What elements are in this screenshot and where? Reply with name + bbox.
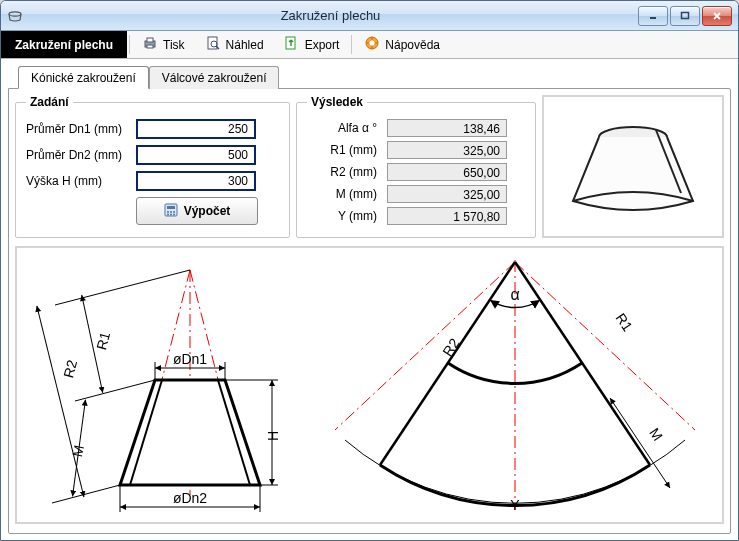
help-icon bbox=[364, 35, 380, 54]
m-value: 325,00 bbox=[387, 185, 507, 203]
calculator-icon bbox=[164, 203, 178, 220]
svg-point-18 bbox=[170, 213, 172, 215]
svg-rect-2 bbox=[682, 12, 689, 18]
r2-right-label: R2 bbox=[439, 335, 462, 359]
svg-line-38 bbox=[75, 380, 155, 401]
tab-strip: Kónické zakroužení Válcové zakroužení bbox=[18, 65, 731, 88]
toolbar-help-label: Nápověda bbox=[385, 38, 440, 52]
toolbar-main-label: Zakružení plechu bbox=[15, 38, 113, 52]
h-dim-label: H bbox=[265, 431, 281, 441]
calculate-button[interactable]: Výpočet bbox=[136, 197, 258, 225]
y-label-out: Y (mm) bbox=[307, 209, 387, 223]
client-area: Kónické zakroužení Válcové zakroužení Za… bbox=[2, 59, 737, 539]
dn1-dim-label: øDn1 bbox=[172, 351, 206, 367]
dn2-input[interactable] bbox=[136, 145, 256, 165]
r1-value: 325,00 bbox=[387, 141, 507, 159]
cone-preview bbox=[542, 95, 724, 238]
toolbar-export[interactable]: Export bbox=[274, 31, 350, 58]
svg-line-44 bbox=[335, 262, 515, 430]
tab-cylindrical[interactable]: Válcové zakroužení bbox=[149, 66, 280, 89]
r2-value: 650,00 bbox=[387, 163, 507, 181]
print-icon bbox=[142, 35, 158, 54]
tab-conical[interactable]: Kónické zakroužení bbox=[18, 66, 149, 89]
group-output-legend: Výsledek bbox=[307, 95, 367, 109]
dn2-label: Průměr Dn2 (mm) bbox=[26, 148, 136, 162]
alpha-dim-label: α bbox=[510, 286, 519, 303]
tab-pane-conical: Zadání Průměr Dn1 (mm) Průměr Dn2 (mm) V… bbox=[8, 88, 731, 534]
svg-line-48 bbox=[610, 398, 670, 488]
svg-rect-13 bbox=[167, 206, 175, 209]
group-output: Výsledek Alfa α ° 138,46 R1 (mm) 325,00 … bbox=[296, 95, 536, 238]
blueprint: øDn1 øDn2 H bbox=[15, 246, 724, 524]
export-icon bbox=[284, 35, 300, 54]
svg-rect-6 bbox=[208, 37, 217, 49]
calculate-label: Výpočet bbox=[184, 204, 231, 218]
window-controls bbox=[638, 6, 732, 26]
svg-marker-25 bbox=[120, 380, 260, 485]
h-input[interactable] bbox=[136, 171, 256, 191]
group-input-legend: Zadání bbox=[26, 95, 73, 109]
toolbar-help[interactable]: Nápověda bbox=[354, 31, 450, 58]
r1-dim-label: R1 bbox=[93, 330, 113, 352]
close-button[interactable] bbox=[702, 6, 732, 26]
group-input: Zadání Průměr Dn1 (mm) Průměr Dn2 (mm) V… bbox=[15, 95, 290, 238]
h-label: Výška H (mm) bbox=[26, 174, 136, 188]
svg-rect-4 bbox=[147, 38, 153, 42]
y-dim-label: Y bbox=[510, 497, 520, 513]
svg-point-15 bbox=[170, 211, 172, 213]
svg-line-46 bbox=[380, 262, 515, 465]
r2-dim-label: R2 bbox=[60, 358, 80, 380]
svg-point-16 bbox=[173, 211, 175, 213]
dn2-dim-label: øDn2 bbox=[172, 490, 206, 506]
alfa-value: 138,46 bbox=[387, 119, 507, 137]
r2-label: R2 (mm) bbox=[307, 165, 387, 179]
r1-right-label: R1 bbox=[612, 310, 635, 334]
svg-line-47 bbox=[515, 262, 650, 465]
toolbar-export-label: Export bbox=[305, 38, 340, 52]
m-label: M (mm) bbox=[307, 187, 387, 201]
svg-point-14 bbox=[167, 211, 169, 213]
maximize-button[interactable] bbox=[670, 6, 700, 26]
app-window: Zakružení plechu Zakružení plechu Tisk bbox=[0, 0, 739, 541]
preview-icon bbox=[205, 35, 221, 54]
m-dim-label: M bbox=[69, 444, 87, 459]
svg-point-17 bbox=[167, 213, 169, 215]
alfa-label: Alfa α ° bbox=[307, 121, 387, 135]
app-icon bbox=[7, 8, 23, 24]
titlebar: Zakružení plechu bbox=[1, 1, 738, 31]
r1-label: R1 (mm) bbox=[307, 143, 387, 157]
dn1-input[interactable] bbox=[136, 119, 256, 139]
toolbar-preview[interactable]: Náhled bbox=[195, 31, 274, 58]
toolbar-preview-label: Náhled bbox=[226, 38, 264, 52]
svg-line-39 bbox=[52, 485, 120, 503]
minimize-button[interactable] bbox=[638, 6, 668, 26]
toolbar-print-label: Tisk bbox=[163, 38, 185, 52]
toolbar-print[interactable]: Tisk bbox=[132, 31, 195, 58]
svg-line-37 bbox=[55, 270, 190, 305]
m-right-label: M bbox=[646, 425, 666, 444]
toolbar-main[interactable]: Zakružení plechu bbox=[1, 31, 127, 58]
window-title: Zakružení plechu bbox=[23, 8, 638, 23]
y-value: 1 570,80 bbox=[387, 207, 507, 225]
svg-line-40 bbox=[32, 306, 87, 497]
svg-point-19 bbox=[173, 213, 175, 215]
svg-line-45 bbox=[515, 262, 695, 430]
svg-point-11 bbox=[370, 41, 375, 46]
toolbar: Zakružení plechu Tisk Náhled Export bbox=[1, 31, 738, 59]
svg-rect-5 bbox=[147, 45, 153, 48]
svg-point-0 bbox=[9, 11, 21, 15]
dn1-label: Průměr Dn1 (mm) bbox=[26, 122, 136, 136]
